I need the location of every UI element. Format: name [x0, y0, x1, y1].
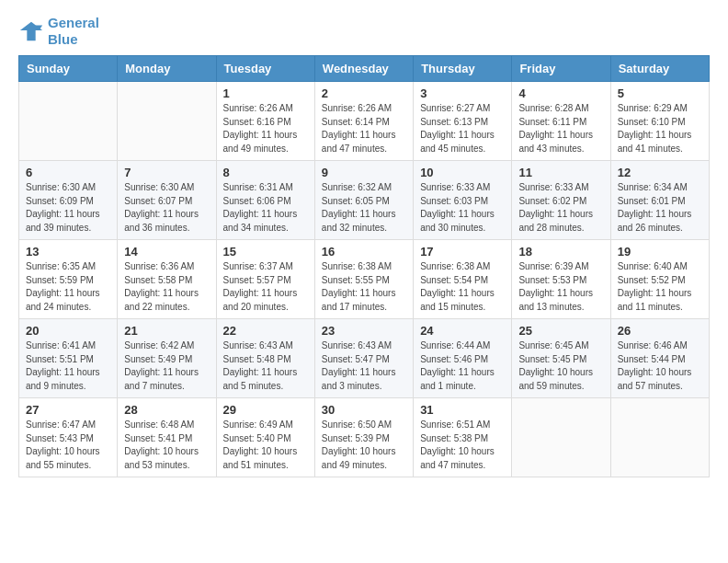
day-info: Sunrise: 6:42 AM Sunset: 5:49 PM Dayligh… [124, 339, 209, 393]
day-number: 13 [26, 245, 110, 259]
day-number: 12 [618, 166, 702, 179]
calendar-week-row: 20Sunrise: 6:41 AM Sunset: 5:51 PM Dayli… [19, 319, 710, 398]
weekday-header-tuesday: Tuesday [216, 56, 314, 82]
day-info: Sunrise: 6:51 AM Sunset: 5:38 PM Dayligh… [420, 419, 505, 472]
svg-marker-0 [20, 22, 42, 41]
day-info: Sunrise: 6:41 AM Sunset: 5:51 PM Dayligh… [26, 339, 110, 393]
day-number: 10 [420, 166, 505, 179]
day-info: Sunrise: 6:30 AM Sunset: 6:07 PM Dayligh… [124, 181, 209, 235]
calendar-cell: 19Sunrise: 6:40 AM Sunset: 5:52 PM Dayli… [610, 240, 709, 319]
calendar-cell: 9Sunrise: 6:32 AM Sunset: 6:05 PM Daylig… [314, 161, 413, 240]
calendar-header-row: SundayMondayTuesdayWednesdayThursdayFrid… [19, 56, 710, 82]
calendar-cell: 16Sunrise: 6:38 AM Sunset: 5:55 PM Dayli… [314, 240, 413, 319]
day-number: 20 [26, 324, 110, 338]
day-info: Sunrise: 6:31 AM Sunset: 6:06 PM Dayligh… [223, 181, 308, 235]
calendar-table: SundayMondayTuesdayWednesdayThursdayFrid… [18, 55, 710, 477]
weekday-header-friday: Friday [512, 56, 610, 82]
day-info: Sunrise: 6:40 AM Sunset: 5:52 PM Dayligh… [618, 260, 702, 314]
day-info: Sunrise: 6:47 AM Sunset: 5:43 PM Dayligh… [26, 419, 110, 472]
day-number: 9 [322, 166, 406, 179]
day-number: 18 [518, 245, 603, 259]
calendar-cell: 14Sunrise: 6:36 AM Sunset: 5:58 PM Dayli… [118, 240, 216, 319]
weekday-header-sunday: Sunday [19, 56, 118, 82]
calendar-cell: 13Sunrise: 6:35 AM Sunset: 5:59 PM Dayli… [19, 240, 118, 319]
calendar-cell: 12Sunrise: 6:34 AM Sunset: 6:01 PM Dayli… [610, 161, 709, 240]
day-info: Sunrise: 6:38 AM Sunset: 5:55 PM Dayligh… [322, 260, 406, 314]
calendar-cell: 10Sunrise: 6:33 AM Sunset: 6:03 PM Dayli… [414, 161, 512, 240]
day-info: Sunrise: 6:39 AM Sunset: 5:53 PM Dayligh… [518, 260, 603, 314]
day-number: 15 [223, 245, 308, 259]
day-info: Sunrise: 6:48 AM Sunset: 5:41 PM Dayligh… [124, 419, 209, 472]
day-number: 8 [223, 166, 308, 179]
calendar-cell: 5Sunrise: 6:29 AM Sunset: 6:10 PM Daylig… [610, 82, 709, 161]
page-header: General Blue [18, 15, 710, 48]
calendar-cell: 21Sunrise: 6:42 AM Sunset: 5:49 PM Dayli… [118, 319, 216, 398]
day-number: 14 [124, 245, 209, 259]
calendar-cell: 7Sunrise: 6:30 AM Sunset: 6:07 PM Daylig… [118, 161, 216, 240]
day-info: Sunrise: 6:44 AM Sunset: 5:46 PM Dayligh… [420, 339, 505, 393]
calendar-cell: 8Sunrise: 6:31 AM Sunset: 6:06 PM Daylig… [216, 161, 314, 240]
calendar-cell [512, 398, 610, 477]
logo: General Blue [18, 15, 99, 48]
day-info: Sunrise: 6:30 AM Sunset: 6:09 PM Dayligh… [26, 181, 110, 235]
calendar-cell: 3Sunrise: 6:27 AM Sunset: 6:13 PM Daylig… [414, 82, 512, 161]
day-number: 25 [518, 324, 603, 338]
day-number: 5 [618, 86, 702, 100]
day-info: Sunrise: 6:34 AM Sunset: 6:01 PM Dayligh… [618, 181, 702, 235]
day-info: Sunrise: 6:28 AM Sunset: 6:11 PM Dayligh… [518, 102, 603, 155]
day-number: 24 [420, 324, 505, 338]
calendar-cell: 25Sunrise: 6:45 AM Sunset: 5:45 PM Dayli… [512, 319, 610, 398]
calendar-cell: 23Sunrise: 6:43 AM Sunset: 5:47 PM Dayli… [314, 319, 413, 398]
day-number: 4 [518, 86, 603, 100]
calendar-cell: 4Sunrise: 6:28 AM Sunset: 6:11 PM Daylig… [512, 82, 610, 161]
calendar-cell: 28Sunrise: 6:48 AM Sunset: 5:41 PM Dayli… [118, 398, 216, 477]
day-number: 11 [518, 166, 603, 179]
day-number: 6 [26, 166, 110, 179]
calendar-cell: 17Sunrise: 6:38 AM Sunset: 5:54 PM Dayli… [414, 240, 512, 319]
calendar-week-row: 27Sunrise: 6:47 AM Sunset: 5:43 PM Dayli… [19, 398, 710, 477]
calendar-cell [118, 82, 216, 161]
calendar-cell [610, 398, 709, 477]
calendar-cell: 20Sunrise: 6:41 AM Sunset: 5:51 PM Dayli… [19, 319, 118, 398]
calendar-cell: 6Sunrise: 6:30 AM Sunset: 6:09 PM Daylig… [19, 161, 118, 240]
calendar-week-row: 1Sunrise: 6:26 AM Sunset: 6:16 PM Daylig… [19, 82, 710, 161]
day-info: Sunrise: 6:32 AM Sunset: 6:05 PM Dayligh… [322, 181, 406, 235]
day-number: 7 [124, 166, 209, 179]
calendar-cell: 29Sunrise: 6:49 AM Sunset: 5:40 PM Dayli… [216, 398, 314, 477]
day-info: Sunrise: 6:37 AM Sunset: 5:57 PM Dayligh… [223, 260, 308, 314]
calendar-cell: 1Sunrise: 6:26 AM Sunset: 6:16 PM Daylig… [216, 82, 314, 161]
day-number: 1 [223, 86, 308, 100]
day-number: 2 [322, 86, 406, 100]
calendar-cell: 31Sunrise: 6:51 AM Sunset: 5:38 PM Dayli… [414, 398, 512, 477]
day-number: 31 [420, 403, 505, 417]
day-number: 29 [223, 403, 308, 417]
day-info: Sunrise: 6:45 AM Sunset: 5:45 PM Dayligh… [518, 339, 603, 393]
calendar-cell: 18Sunrise: 6:39 AM Sunset: 5:53 PM Dayli… [512, 240, 610, 319]
weekday-header-monday: Monday [118, 56, 216, 82]
day-info: Sunrise: 6:33 AM Sunset: 6:03 PM Dayligh… [420, 181, 505, 235]
calendar-cell: 2Sunrise: 6:26 AM Sunset: 6:14 PM Daylig… [314, 82, 413, 161]
day-info: Sunrise: 6:26 AM Sunset: 6:14 PM Dayligh… [322, 102, 406, 155]
calendar-cell: 26Sunrise: 6:46 AM Sunset: 5:44 PM Dayli… [610, 319, 709, 398]
logo-icon [18, 18, 44, 44]
day-info: Sunrise: 6:27 AM Sunset: 6:13 PM Dayligh… [420, 102, 505, 155]
day-info: Sunrise: 6:29 AM Sunset: 6:10 PM Dayligh… [618, 102, 702, 155]
day-info: Sunrise: 6:35 AM Sunset: 5:59 PM Dayligh… [26, 260, 110, 314]
day-number: 22 [223, 324, 308, 338]
day-info: Sunrise: 6:49 AM Sunset: 5:40 PM Dayligh… [223, 419, 308, 472]
day-info: Sunrise: 6:36 AM Sunset: 5:58 PM Dayligh… [124, 260, 209, 314]
day-info: Sunrise: 6:43 AM Sunset: 5:48 PM Dayligh… [223, 339, 308, 393]
calendar-cell: 27Sunrise: 6:47 AM Sunset: 5:43 PM Dayli… [19, 398, 118, 477]
day-info: Sunrise: 6:43 AM Sunset: 5:47 PM Dayligh… [322, 339, 406, 393]
calendar-cell: 24Sunrise: 6:44 AM Sunset: 5:46 PM Dayli… [414, 319, 512, 398]
day-number: 26 [618, 324, 702, 338]
day-number: 27 [26, 403, 110, 417]
calendar-cell: 11Sunrise: 6:33 AM Sunset: 6:02 PM Dayli… [512, 161, 610, 240]
day-info: Sunrise: 6:33 AM Sunset: 6:02 PM Dayligh… [518, 181, 603, 235]
day-info: Sunrise: 6:50 AM Sunset: 5:39 PM Dayligh… [322, 419, 406, 472]
day-number: 17 [420, 245, 505, 259]
calendar-cell: 15Sunrise: 6:37 AM Sunset: 5:57 PM Dayli… [216, 240, 314, 319]
day-number: 21 [124, 324, 209, 338]
day-number: 23 [322, 324, 406, 338]
calendar-week-row: 6Sunrise: 6:30 AM Sunset: 6:09 PM Daylig… [19, 161, 710, 240]
